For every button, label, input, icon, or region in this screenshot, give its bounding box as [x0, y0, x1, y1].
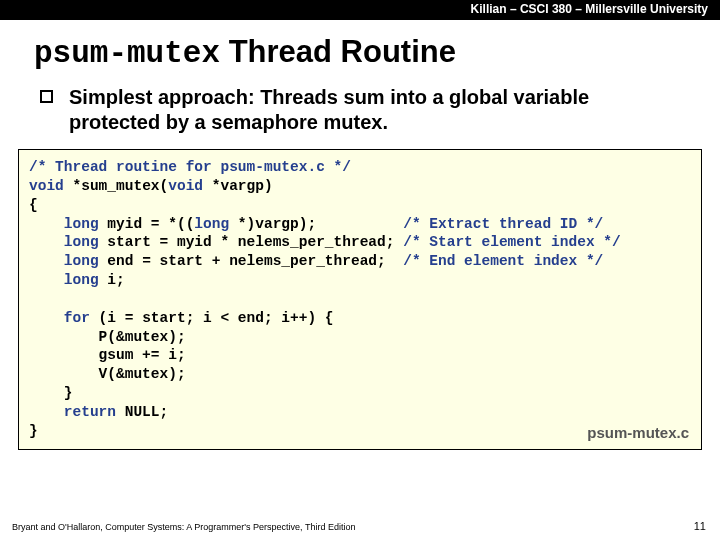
bullet-row: Simplest approach: Threads sum into a gl…: [0, 85, 720, 149]
code-kw: void: [29, 178, 64, 194]
code-text: myid = *((: [99, 216, 195, 232]
code-text: (i = start; i < end; i++) {: [90, 310, 334, 326]
code-text: {: [29, 197, 38, 213]
code-kw: long: [194, 216, 229, 232]
code-text: P(&mutex);: [29, 329, 186, 345]
code-comment: /* End element index */: [403, 253, 603, 269]
code-text: }: [29, 423, 38, 439]
header-text: Killian – CSCI 380 – Millersville Univer…: [471, 2, 708, 16]
slide-title: psum-mutex Thread Routine: [0, 20, 720, 85]
code-comment: /* Start element index */: [403, 234, 621, 250]
code-kw: long: [29, 216, 99, 232]
title-rest: Thread Routine: [220, 34, 456, 69]
code-box: /* Thread routine for psum-mutex.c */ vo…: [18, 149, 702, 450]
code-text: start = myid * nelems_per_thread;: [99, 234, 404, 250]
code-comment: /* Extract thread ID */: [403, 216, 603, 232]
code-text: }: [29, 385, 73, 401]
title-mono: psum-mutex: [34, 36, 220, 71]
code-text: end = start + nelems_per_thread;: [99, 253, 404, 269]
slide: Killian – CSCI 380 – Millersville Univer…: [0, 0, 720, 540]
code-text: V(&mutex);: [29, 366, 186, 382]
code-text: *vargp): [203, 178, 273, 194]
bullet-marker-icon: [40, 90, 53, 103]
code-text: NULL;: [116, 404, 168, 420]
code-line: /* Thread routine for psum-mutex.c */: [29, 159, 351, 175]
header-bar: Killian – CSCI 380 – Millersville Univer…: [0, 0, 720, 20]
code-text: *)vargp);: [229, 216, 403, 232]
code-text: gsum += i;: [29, 347, 186, 363]
footer-left: Bryant and O'Hallaron, Computer Systems:…: [12, 522, 355, 532]
code-kw: long: [29, 253, 99, 269]
code-kw: long: [29, 234, 99, 250]
code-kw: for: [29, 310, 90, 326]
code-kw: void: [168, 178, 203, 194]
code-filename: psum-mutex.c: [587, 423, 689, 443]
code-kw: return: [29, 404, 116, 420]
code-kw: long: [29, 272, 99, 288]
code-text: i;: [99, 272, 125, 288]
bullet-text: Simplest approach: Threads sum into a gl…: [69, 85, 680, 135]
code-text: *sum_mutex(: [64, 178, 168, 194]
page-number: 11: [694, 520, 706, 532]
